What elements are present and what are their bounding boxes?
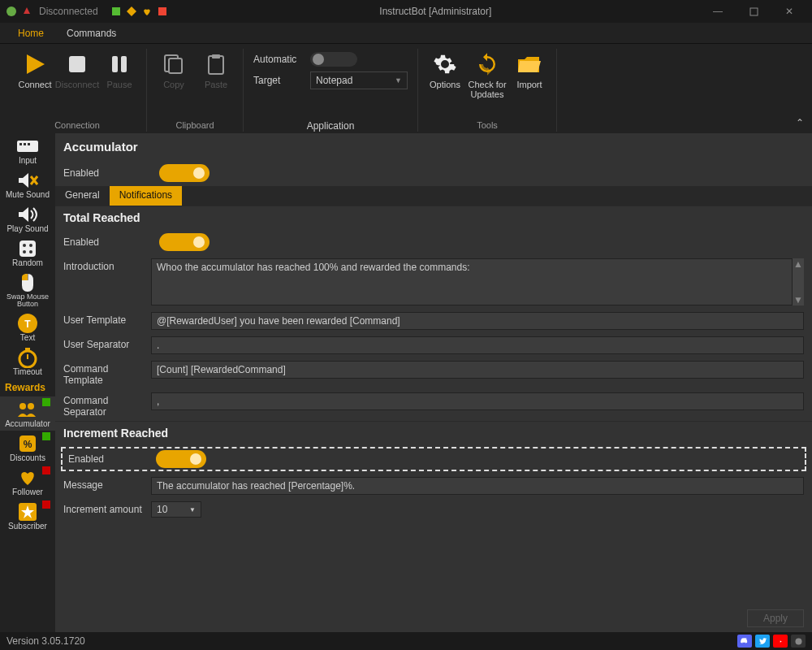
svg-rect-13	[24, 143, 26, 145]
automatic-label: Automatic	[253, 54, 302, 65]
increment-enabled-row: Enabled	[60, 446, 807, 472]
connect-button[interactable]: Connect	[15, 49, 55, 91]
ribbon-collapse[interactable]: ⌃	[796, 117, 804, 128]
svg-rect-1	[112, 7, 120, 15]
pause-icon	[106, 50, 133, 78]
svg-rect-4	[69, 56, 85, 72]
increment-amount-combo[interactable]: 10▼	[151, 501, 201, 518]
refresh-icon	[473, 50, 501, 78]
message-label: Message	[63, 477, 148, 491]
group-tools: Tools	[477, 120, 498, 132]
close-button[interactable]: ✕	[771, 0, 807, 23]
speaker-icon	[15, 204, 40, 225]
minimize-button[interactable]: —	[700, 0, 736, 23]
total-enabled-toggle[interactable]	[159, 233, 209, 251]
status-badge	[42, 466, 50, 474]
sidebar-item-play-sound[interactable]: Play Sound	[0, 202, 55, 236]
group-connection: Connection	[54, 120, 100, 132]
menubar: Home Commands	[0, 23, 812, 44]
tabs: General Notifications	[55, 186, 812, 206]
sidebar-item-text[interactable]: TText	[0, 310, 55, 344]
star-icon	[15, 501, 40, 522]
menu-commands[interactable]: Commands	[55, 24, 127, 42]
sidebar-item-accumulator[interactable]: Accumulator	[0, 396, 55, 431]
dice-icon	[15, 238, 40, 259]
stopwatch-icon	[15, 347, 40, 368]
sidebar: Input Mute Sound Play Sound Random Swap …	[0, 133, 55, 632]
introduction-label: Introduction	[63, 258, 148, 272]
page-title: Accumulator	[55, 133, 812, 160]
heart-icon	[15, 467, 40, 488]
import-button[interactable]: Import	[509, 49, 550, 101]
tray-icon-2[interactable]	[125, 5, 138, 18]
svg-text:%: %	[24, 439, 32, 450]
user-separator-label: User Separator	[63, 336, 148, 350]
check-updates-button[interactable]: Check for Updates	[467, 49, 508, 101]
sidebar-item-swap-mouse[interactable]: Swap Mouse Button	[0, 270, 55, 310]
status-badge	[42, 398, 50, 406]
scrollbar[interactable]: ▲▼	[793, 258, 804, 306]
status-bot-icon[interactable]	[791, 635, 806, 648]
section-increment-reached: Increment Reached	[55, 421, 812, 444]
increment-enabled-toggle[interactable]	[156, 450, 206, 468]
svg-rect-14	[28, 143, 30, 145]
svg-point-16	[23, 244, 26, 247]
mouse-icon	[15, 272, 40, 293]
sidebar-item-follower[interactable]: Follower	[0, 465, 55, 499]
tray-icon-3[interactable]	[140, 5, 153, 18]
titlebar: Disconnected InstructBot [Administrator]…	[0, 0, 812, 23]
svg-rect-12	[19, 143, 22, 145]
copy-button: Copy	[153, 49, 194, 91]
svg-rect-3	[750, 8, 758, 15]
command-template-input[interactable]: [Count] [RewardedCommand]	[151, 361, 804, 379]
tray-icon-1[interactable]	[110, 5, 123, 18]
svg-point-29	[795, 638, 801, 644]
sidebar-item-input[interactable]: Input	[0, 133, 55, 167]
accumulator-enabled-toggle[interactable]	[159, 164, 209, 182]
mute-icon	[15, 170, 40, 191]
command-template-label: Command Template	[63, 361, 148, 386]
copy-icon	[160, 50, 188, 78]
people-icon	[15, 399, 40, 420]
discord-icon[interactable]	[737, 635, 752, 648]
tab-general[interactable]: General	[55, 186, 110, 206]
command-separator-label: Command Separator	[63, 392, 148, 418]
sidebar-item-discounts[interactable]: %Discounts	[0, 431, 55, 465]
svg-point-24	[19, 403, 26, 410]
version-label: Version 3.05.1720	[6, 635, 85, 647]
menu-home[interactable]: Home	[6, 24, 55, 42]
maximize-button[interactable]	[736, 0, 771, 23]
twitter-icon[interactable]	[755, 635, 770, 648]
user-template-label: User Template	[63, 312, 148, 326]
message-input[interactable]: The accumulator has reached [Percentage]…	[151, 477, 804, 495]
command-separator-input[interactable]: ,	[151, 392, 804, 410]
sidebar-item-mute-sound[interactable]: Mute Sound	[0, 167, 55, 202]
chevron-down-icon: ▼	[395, 76, 402, 84]
stop-icon	[63, 50, 91, 78]
options-button[interactable]: Options	[425, 49, 465, 101]
sidebar-header-rewards: Rewards	[0, 379, 55, 396]
apply-button[interactable]: Apply	[747, 609, 804, 627]
text-icon: T	[15, 313, 40, 334]
svg-point-17	[29, 244, 32, 247]
user-separator-input[interactable]: .	[151, 336, 804, 354]
sidebar-item-random[interactable]: Random	[0, 236, 55, 270]
tray-icon-4[interactable]	[156, 5, 169, 18]
keyboard-icon	[15, 136, 40, 157]
target-label: Target	[253, 75, 302, 86]
svg-point-25	[28, 403, 34, 410]
svg-text:T: T	[24, 318, 31, 330]
chevron-down-icon: ▼	[189, 506, 196, 514]
sidebar-item-timeout[interactable]: Timeout	[0, 344, 55, 379]
svg-rect-5	[112, 56, 118, 72]
target-combo[interactable]: Notepad▼	[310, 72, 408, 89]
sidebar-item-subscriber[interactable]: Subscriber	[0, 499, 55, 533]
automatic-toggle[interactable]	[310, 52, 357, 67]
svg-rect-9	[209, 56, 223, 74]
paste-icon	[202, 50, 230, 78]
youtube-icon[interactable]	[773, 635, 788, 648]
user-template-input[interactable]: @[RewardedUser] you have been rewarded […	[151, 312, 804, 330]
tab-notifications[interactable]: Notifications	[110, 186, 182, 206]
introduction-input[interactable]: Whoo the accumulator has reached 100% an…	[151, 258, 793, 306]
ribbon: Connect Disconnect Pause Connection Copy…	[0, 44, 812, 133]
